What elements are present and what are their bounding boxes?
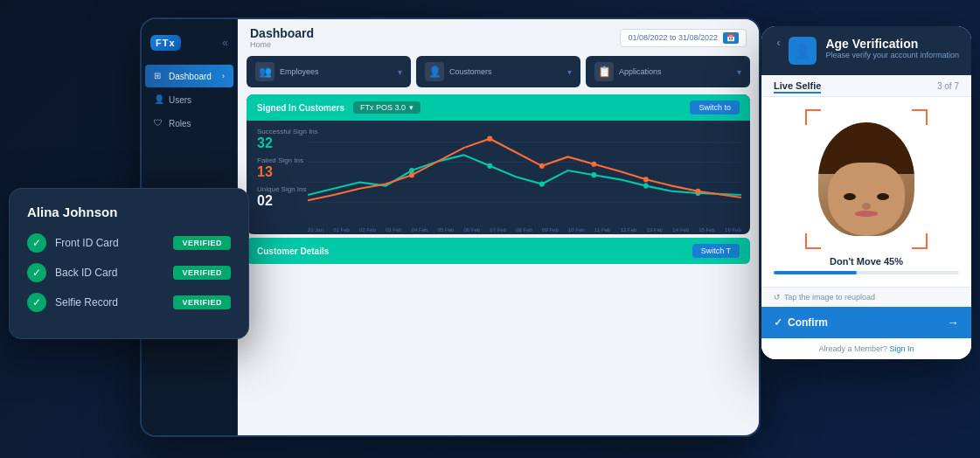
age-panel-subtitle: Please verify your account information xyxy=(825,51,959,59)
employees-icon: 👥 xyxy=(255,62,275,81)
back-id-check-icon: ✓ xyxy=(27,263,46,282)
customer-switch-button[interactable]: Switch T xyxy=(692,244,740,258)
svg-point-9 xyxy=(643,184,649,189)
member-text: Already a Member? xyxy=(818,344,887,353)
sidebar-item-label: Users xyxy=(169,95,191,105)
line-chart xyxy=(308,121,741,220)
left-eye xyxy=(844,193,856,200)
applications-icon: 📋 xyxy=(594,62,614,81)
pos-chevron-icon: ▾ xyxy=(409,103,414,112)
stat-employees[interactable]: 👥 Employees ▾ xyxy=(247,56,411,87)
chart-x-axis: 21 Jan01 Feb02 Feb03 Feb04 Feb 05 Feb06 … xyxy=(308,227,741,232)
eyes xyxy=(844,193,890,200)
selfie-verified-badge: VERIFIED xyxy=(173,295,231,309)
sidebar-collapse-icon[interactable]: « xyxy=(222,37,228,49)
selfie-frame xyxy=(805,109,928,249)
corner-tr xyxy=(912,109,928,125)
back-id-card-item: ✓ Back ID Card VERIFIED xyxy=(27,263,231,282)
tap-reload[interactable]: ↺ Tap the image to reupload xyxy=(761,287,971,307)
employees-dropdown-icon[interactable]: ▾ xyxy=(398,67,402,77)
sidebar-item-label: Roles xyxy=(169,119,191,128)
chart-body: Successful Sign Ins 32 Failed Sign Ins 1… xyxy=(247,121,750,234)
selfie-record-item: ✓ Selfie Record VERIFIED xyxy=(27,293,231,312)
users-icon: 👤 xyxy=(154,94,164,105)
shield-icon: 🛡 xyxy=(154,118,164,128)
svg-point-6 xyxy=(487,163,492,169)
selfie-container[interactable]: Don't Move 45% xyxy=(761,97,971,287)
sign-in-link[interactable]: Sign In xyxy=(890,344,914,353)
chart-title: Signed In Customers xyxy=(257,103,344,113)
front-id-check-icon: ✓ xyxy=(27,233,46,253)
svg-point-12 xyxy=(487,136,492,142)
selfie-label: Selfie Record xyxy=(55,296,164,309)
corner-tl xyxy=(805,109,821,125)
breadcrumb: Home xyxy=(250,40,314,49)
svg-point-16 xyxy=(695,189,700,194)
svg-point-11 xyxy=(409,172,414,177)
right-eye xyxy=(877,193,889,200)
chart-header: Signed In Customers FTx POS 3.0 ▾ Switch… xyxy=(247,94,750,121)
customers-dropdown-icon[interactable]: ▾ xyxy=(567,67,572,77)
calendar-icon: 📅 xyxy=(723,32,739,44)
corner-bl xyxy=(805,233,821,249)
age-panel-title: Age Verification xyxy=(825,37,959,51)
sidebar-item-dashboard[interactable]: ⊞ Dashboard › xyxy=(145,65,233,87)
selfie-avatar xyxy=(818,122,914,236)
applications-dropdown-icon[interactable]: ▾ xyxy=(737,67,741,77)
back-id-label: Back ID Card xyxy=(55,267,164,279)
age-verification-panel: ‹ 👤 Age Verification Please verify your … xyxy=(761,26,971,359)
back-id-verified-badge: VERIFIED xyxy=(173,266,231,280)
age-verification-icon: 👤 xyxy=(789,37,817,65)
front-id-card-item: ✓ Front ID Card VERIFIED xyxy=(27,233,231,253)
switch-button[interactable]: Switch to xyxy=(690,101,740,114)
chart-section: Signed In Customers FTx POS 3.0 ▾ Switch… xyxy=(247,94,750,234)
stats-row: 👥 Employees ▾ 👤 Coustomers ▾ 📋 Applicati… xyxy=(238,52,759,91)
customer-details-bar: Customer Details Switch T xyxy=(247,238,750,264)
logo: FTx xyxy=(150,35,181,51)
face-skin xyxy=(828,163,905,237)
sidebar-item-users[interactable]: 👤 Users xyxy=(145,88,233,111)
dashboard-header: Dashboard Home 01/08/2022 to 31/08/2022 … xyxy=(238,19,759,52)
stat-customers[interactable]: 👤 Coustomers ▾ xyxy=(416,56,580,87)
svg-point-7 xyxy=(539,181,545,186)
employees-label: Employees xyxy=(280,67,393,76)
sidebar-logo: FTx « xyxy=(142,28,237,58)
confirm-icon: ✓ xyxy=(774,316,782,329)
confirm-arrow-icon: → xyxy=(947,316,959,330)
verified-person-name: Alina Johnson xyxy=(27,205,231,219)
svg-point-15 xyxy=(643,177,649,182)
corner-br xyxy=(912,233,928,249)
pos-selector[interactable]: FTx POS 3.0 ▾ xyxy=(353,101,420,114)
nose xyxy=(862,203,872,210)
date-range[interactable]: 01/08/2022 to 31/08/2022 📅 xyxy=(620,29,747,47)
live-selfie-title: Live Selfie xyxy=(774,80,937,91)
svg-point-14 xyxy=(591,162,596,167)
verification-card: Alina Johnson ✓ Front ID Card VERIFIED ✓… xyxy=(9,188,249,339)
confirm-label: Confirm xyxy=(788,316,828,329)
pos-label: FTx POS 3.0 xyxy=(360,103,406,112)
applications-label: Applications xyxy=(619,67,732,76)
svg-point-8 xyxy=(591,172,596,177)
age-panel-header: ‹ 👤 Age Verification Please verify your … xyxy=(761,26,971,75)
progress-bar xyxy=(774,271,959,274)
tap-reload-text: Tap the image to reupload xyxy=(784,293,875,302)
step-count: 3 of 7 xyxy=(937,81,959,91)
panel-nav: Live Selfie 3 of 7 xyxy=(761,75,971,97)
confirm-button[interactable]: ✓ Confirm → xyxy=(761,307,971,338)
stat-applications[interactable]: 📋 Applications ▾ xyxy=(586,56,750,87)
progress-bar-fill xyxy=(774,271,857,274)
customers-label: Coustomers xyxy=(449,67,562,76)
svg-point-13 xyxy=(539,163,545,169)
main-content: Dashboard Home 01/08/2022 to 31/08/2022 … xyxy=(238,19,759,435)
sidebar-item-roles[interactable]: 🛡 Roles xyxy=(145,112,233,135)
dashboard-title: Dashboard xyxy=(250,26,314,40)
dont-move-text: Don't Move 45% xyxy=(830,256,903,267)
chevron-right-icon: › xyxy=(222,72,225,80)
customer-details-title: Customer Details xyxy=(257,246,329,256)
sidebar-item-label: Dashboard xyxy=(169,72,212,81)
chart-svg-container xyxy=(308,121,741,220)
front-id-verified-badge: VERIFIED xyxy=(173,236,231,250)
customers-icon: 👤 xyxy=(425,62,444,81)
age-panel-back-button[interactable]: ‹ xyxy=(776,37,780,49)
lips xyxy=(855,211,878,217)
